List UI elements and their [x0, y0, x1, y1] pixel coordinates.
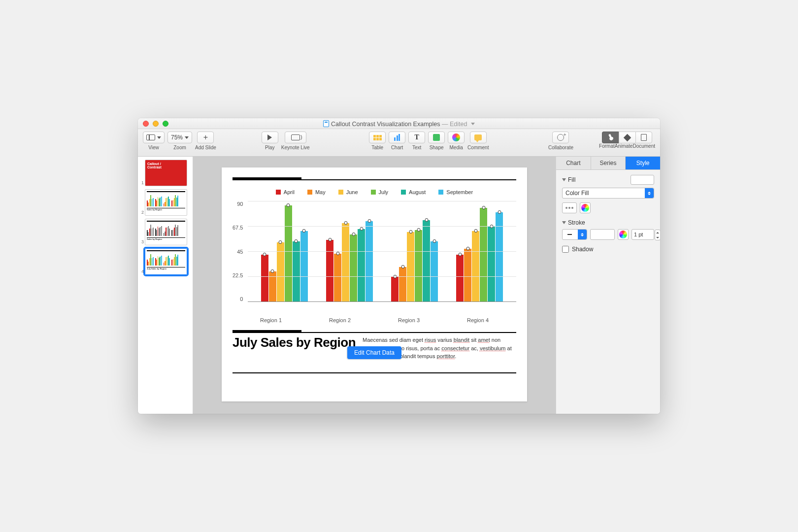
- shadow-checkbox[interactable]: [562, 246, 569, 253]
- add-slide-button[interactable]: [197, 132, 214, 143]
- text-button[interactable]: T: [408, 132, 425, 143]
- legend-swatch: [307, 190, 312, 195]
- stroke-color-swatch[interactable]: [590, 229, 615, 240]
- slide-title[interactable]: July Sales by Region: [233, 335, 356, 350]
- x-tick-label: Region 4: [467, 317, 489, 323]
- tab-style[interactable]: Style: [626, 157, 660, 169]
- stroke-label: Stroke: [568, 219, 585, 226]
- play-button[interactable]: [262, 132, 278, 143]
- stroke-color-wheel-button[interactable]: [618, 229, 629, 240]
- bar[interactable]: [431, 241, 438, 301]
- bar[interactable]: [472, 231, 479, 301]
- data-point-marker: [466, 247, 469, 250]
- legend-item[interactable]: July: [371, 189, 389, 195]
- chart[interactable]: 9067.54522.50: [233, 201, 516, 314]
- document-button[interactable]: [635, 132, 652, 143]
- bar[interactable]: [464, 249, 471, 301]
- shadow-checkbox-row[interactable]: Shadow: [562, 246, 654, 253]
- bar[interactable]: [423, 220, 430, 301]
- bar[interactable]: [358, 229, 365, 301]
- bar[interactable]: [269, 271, 276, 301]
- fill-section-header[interactable]: Fill: [562, 175, 654, 185]
- zoom-button[interactable]: 75%: [167, 132, 192, 143]
- chart-legend[interactable]: AprilMayJuneJulyAugustSeptember: [233, 189, 516, 195]
- play-label: Play: [265, 145, 274, 150]
- legend-swatch: [338, 190, 343, 195]
- y-tick-label: 67.5: [233, 225, 243, 231]
- fill-type-select[interactable]: Color Fill: [562, 188, 654, 199]
- tab-series[interactable]: Series: [591, 157, 626, 169]
- bar[interactable]: [415, 230, 422, 301]
- bar[interactable]: [261, 255, 268, 301]
- animate-icon: [624, 133, 632, 141]
- slide-number: 4: [140, 269, 144, 275]
- color-presets-button[interactable]: [562, 202, 577, 213]
- slide-thumbnail-preview: Callout /Contrast: [145, 160, 187, 186]
- animate-button[interactable]: [619, 132, 635, 143]
- comment-icon: [474, 134, 482, 140]
- fill-preview-swatch[interactable]: [631, 175, 654, 185]
- comment-button[interactable]: [470, 132, 487, 143]
- legend-swatch: [371, 190, 376, 195]
- bar[interactable]: [407, 232, 414, 301]
- select-caret-icon: [645, 188, 654, 198]
- format-button[interactable]: [602, 132, 619, 143]
- edit-chart-data-button[interactable]: Edit Chart Data: [347, 346, 401, 359]
- bar[interactable]: [293, 241, 300, 301]
- bar[interactable]: [496, 212, 503, 301]
- bar[interactable]: [456, 255, 464, 301]
- legend-item[interactable]: May: [307, 189, 326, 195]
- bar[interactable]: [366, 221, 373, 301]
- zoom-window-button[interactable]: [163, 121, 168, 127]
- minimize-window-button[interactable]: [153, 121, 159, 127]
- slide-canvas[interactable]: AprilMayJuneJulyAugustSeptember 9067.545…: [222, 167, 527, 401]
- keynote-live-button[interactable]: [285, 132, 306, 143]
- data-point-marker: [279, 240, 282, 244]
- chart-control: Chart: [389, 132, 405, 150]
- slide-number: 2: [140, 210, 144, 216]
- view-button[interactable]: [143, 132, 165, 143]
- legend-item[interactable]: September: [438, 189, 473, 195]
- canvas-area[interactable]: AprilMayJuneJulyAugustSeptember 9067.545…: [193, 157, 556, 414]
- slide-navigator[interactable]: 1Callout /Contrast2Sales by Region3Sales…: [138, 157, 193, 414]
- bar[interactable]: [326, 240, 333, 301]
- bar[interactable]: [342, 223, 349, 301]
- animate-label: Animate: [615, 143, 633, 149]
- color-wheel-button[interactable]: [580, 202, 591, 213]
- collaborate-button[interactable]: [552, 132, 569, 143]
- data-point-marker: [336, 252, 339, 255]
- media-button[interactable]: [448, 132, 465, 143]
- data-point-marker: [401, 265, 404, 268]
- bar[interactable]: [300, 231, 308, 301]
- bar[interactable]: [391, 277, 399, 301]
- bar[interactable]: [480, 208, 487, 301]
- slide-thumbnail[interactable]: 2Sales by Region: [140, 189, 191, 216]
- slide-thumbnail[interactable]: 3Sales by Region: [140, 219, 191, 245]
- bar[interactable]: [488, 227, 495, 301]
- bar[interactable]: [285, 205, 292, 301]
- slide-thumbnail[interactable]: 4July Sales by Region: [140, 248, 191, 275]
- stroke-width-field[interactable]: 1 pt: [632, 229, 654, 240]
- bar[interactable]: [399, 267, 406, 301]
- legend-item[interactable]: April: [276, 189, 295, 195]
- stroke-style-select[interactable]: [562, 229, 587, 240]
- legend-item[interactable]: August: [401, 189, 426, 195]
- chart-button[interactable]: [389, 132, 405, 143]
- window-title[interactable]: Callout Contrast Visualization Examples …: [138, 119, 660, 128]
- table-button[interactable]: [369, 132, 386, 143]
- document-label: Document: [632, 143, 655, 149]
- bar[interactable]: [334, 254, 341, 301]
- legend-item[interactable]: June: [338, 189, 358, 195]
- chart-plot-area[interactable]: [248, 201, 516, 302]
- tab-chart[interactable]: Chart: [556, 157, 591, 169]
- x-tick-label: Region 2: [329, 317, 351, 323]
- bar[interactable]: [350, 234, 357, 301]
- stroke-section-header[interactable]: Stroke: [562, 219, 654, 226]
- text-icon: T: [414, 133, 419, 141]
- collaborate-control: Collaborate: [548, 132, 573, 150]
- close-window-button[interactable]: [143, 121, 149, 127]
- chart-icon: [394, 134, 400, 141]
- shape-button[interactable]: [428, 132, 445, 143]
- stroke-width-stepper[interactable]: [655, 230, 660, 240]
- slide-thumbnail[interactable]: 1Callout /Contrast: [140, 160, 191, 186]
